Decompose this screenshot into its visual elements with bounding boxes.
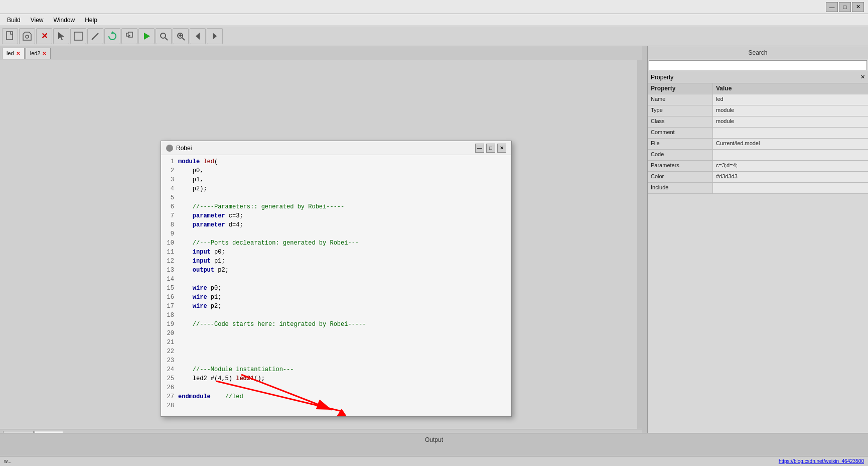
code-line-22: 22 <box>163 347 509 356</box>
svg-marker-15 <box>196 33 200 40</box>
svg-line-14 <box>182 38 185 40</box>
popup-title-bar[interactable]: Robei — □ ✕ <box>161 141 511 155</box>
play-button[interactable] <box>138 28 155 44</box>
open-file-button[interactable] <box>19 28 35 44</box>
search-section: Search <box>648 46 868 59</box>
download-button[interactable] <box>121 28 137 44</box>
svg-rect-0 <box>7 32 13 40</box>
code-line-8: 8 parameter d=4; <box>163 220 509 229</box>
editor-area[interactable]: Robei — □ ✕ 1 module led( <box>0 60 637 429</box>
popup-close[interactable]: ✕ <box>497 144 506 153</box>
code-line-11: 11 input p0; <box>163 248 509 257</box>
code-line-16: 16 wire p1; <box>163 293 509 302</box>
prop-row-name: Name led <box>648 94 868 105</box>
popup-minimize[interactable]: — <box>475 144 484 153</box>
svg-point-9 <box>161 33 166 38</box>
code-line-14: 14 <box>163 275 509 284</box>
prop-row-type: Type module <box>648 105 868 117</box>
svg-marker-2 <box>58 32 64 40</box>
status-left: w... <box>4 458 12 464</box>
col-value-header: Value <box>713 83 868 94</box>
tab-led-close[interactable]: ✕ <box>16 51 20 56</box>
popup-maximize[interactable]: □ <box>486 144 495 153</box>
col-property-header: Property <box>648 83 713 94</box>
zoom-in-button[interactable] <box>173 28 189 44</box>
minimize-button[interactable]: — <box>826 2 838 12</box>
code-dialog: Robei — □ ✕ 1 module led( <box>161 141 512 417</box>
tab-led2-close[interactable]: ✕ <box>42 51 46 56</box>
popup-title-label: Robei <box>176 145 192 152</box>
rotate-button[interactable] <box>104 28 120 44</box>
svg-rect-3 <box>74 32 82 40</box>
code-line-23: 23 <box>163 356 509 365</box>
code-editor[interactable]: 1 module led( 2 p0, 3 p1, <box>161 155 511 416</box>
property-close-icon[interactable]: ✕ <box>860 74 865 80</box>
output-bar: Output <box>0 433 868 446</box>
main-layout: led ✕ led2 ✕ Robei — □ <box>0 46 868 443</box>
menu-build[interactable]: Build <box>2 16 26 25</box>
tab-led[interactable]: led ✕ <box>2 48 25 59</box>
pen-button[interactable] <box>87 28 103 44</box>
prop-row-class: Class module <box>648 117 868 128</box>
code-line-12: 12 input p1; <box>163 257 509 266</box>
code-line-26: 26 <box>163 383 509 392</box>
select-button[interactable] <box>53 28 69 44</box>
close-button[interactable]: ✕ <box>852 2 864 12</box>
right-panel: Search Property ✕ Property Value Name le… <box>647 46 868 443</box>
code-line-10: 10 //---Ports declearation: generated by… <box>163 239 509 248</box>
search-input[interactable] <box>649 60 867 70</box>
code-line-20: 20 <box>163 329 509 338</box>
property-section-header: Property ✕ <box>648 71 868 83</box>
code-line-25: 25 led2 #(4,5) led21(); <box>163 374 509 383</box>
code-line-19: 19 //----Code starts here: integrated by… <box>163 320 509 329</box>
code-line-15: 15 wire p0; <box>163 284 509 293</box>
tab-bar: led ✕ led2 ✕ <box>0 46 642 60</box>
menu-window[interactable]: Window <box>48 16 80 25</box>
toolbar: ✕ <box>0 26 868 46</box>
arrow-right-button[interactable] <box>207 28 223 44</box>
code-line-18: 18 <box>163 311 509 320</box>
svg-marker-16 <box>213 33 217 40</box>
code-line-17: 17 wire p2; <box>163 302 509 311</box>
status-url[interactable]: https://blog.csdn.net/weixin_46423500 <box>779 458 864 464</box>
code-line-2: 2 p0, <box>163 166 509 175</box>
svg-marker-8 <box>144 33 150 40</box>
maximize-button[interactable]: □ <box>839 2 851 12</box>
svg-line-4 <box>92 33 98 39</box>
prop-row-comment: Comment <box>648 128 868 139</box>
code-line-27: 27 endmodule //led <box>163 392 509 401</box>
popup-icon <box>166 145 173 152</box>
tab-led2[interactable]: led2 ✕ <box>26 48 51 59</box>
menu-view[interactable]: View <box>26 16 49 25</box>
search-label: Search <box>650 49 866 56</box>
prop-row-code: Code <box>648 150 868 161</box>
property-table: Property Value Name led Type module Clas… <box>648 83 868 443</box>
close-file-button[interactable]: ✕ <box>36 28 52 44</box>
code-line-9: 9 <box>163 229 509 239</box>
svg-line-10 <box>165 38 168 40</box>
code-line-5: 5 <box>163 193 509 202</box>
status-bar: w... https://blog.csdn.net/weixin_464235… <box>0 456 868 466</box>
code-line-1: 1 module led( <box>163 157 509 166</box>
menu-help[interactable]: Help <box>80 16 102 25</box>
search-button[interactable] <box>156 28 172 44</box>
svg-point-1 <box>26 35 29 38</box>
output-label: Output <box>425 436 443 443</box>
code-line-4: 4 p2); <box>163 184 509 193</box>
property-table-header: Property Value <box>648 83 868 94</box>
code-line-6: 6 //----Parameters:: generated by Robei-… <box>163 202 509 211</box>
code-line-28: 28 <box>163 401 509 410</box>
prop-row-parameters: Parameters c=3;d=4; <box>648 161 868 172</box>
menu-bar: Build View Window Help <box>0 14 868 26</box>
prop-row-include: Include <box>648 183 868 194</box>
code-line-7: 7 parameter c=3; <box>163 211 509 220</box>
code-line-21: 21 <box>163 338 509 347</box>
new-file-button[interactable] <box>2 28 18 44</box>
code-line-13: 13 output p2; <box>163 266 509 275</box>
prop-row-file: File Current/led.model <box>648 139 868 150</box>
prop-row-color: Color #d3d3d3 <box>648 172 868 183</box>
paint-button[interactable] <box>70 28 86 44</box>
arrow-left-button[interactable] <box>190 28 206 44</box>
title-bar: — □ ✕ <box>0 0 868 14</box>
property-label: Property <box>651 74 673 81</box>
